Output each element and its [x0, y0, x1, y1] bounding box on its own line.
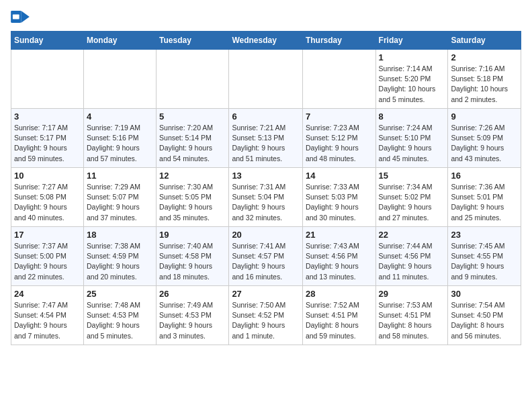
day-info: Sunrise: 7:34 AM Sunset: 5:02 PM Dayligh…: [379, 182, 445, 223]
calendar-cell: 23Sunrise: 7:45 AM Sunset: 4:55 PM Dayli…: [448, 227, 521, 286]
day-info: Sunrise: 7:49 AM Sunset: 4:53 PM Dayligh…: [159, 300, 226, 341]
calendar-cell: 1Sunrise: 7:14 AM Sunset: 5:20 PM Daylig…: [375, 50, 448, 109]
day-info: Sunrise: 7:40 AM Sunset: 4:58 PM Dayligh…: [159, 241, 226, 282]
day-info: Sunrise: 7:29 AM Sunset: 5:07 PM Dayligh…: [87, 182, 153, 223]
calendar-cell: 4Sunrise: 7:19 AM Sunset: 5:16 PM Daylig…: [83, 109, 156, 168]
day-info: Sunrise: 7:17 AM Sunset: 5:17 PM Dayligh…: [14, 123, 81, 164]
weekday-header: Saturday: [448, 32, 521, 50]
day-number: 25: [87, 289, 153, 299]
day-number: 23: [451, 230, 518, 240]
day-number: 7: [306, 111, 373, 122]
day-info: Sunrise: 7:23 AM Sunset: 5:12 PM Dayligh…: [306, 123, 373, 164]
calendar-cell: 18Sunrise: 7:38 AM Sunset: 4:59 PM Dayli…: [83, 227, 156, 286]
day-info: Sunrise: 7:38 AM Sunset: 4:59 PM Dayligh…: [87, 241, 153, 282]
logo: [11, 11, 30, 24]
day-number: 9: [451, 111, 518, 122]
svg-marker-1: [21, 11, 29, 23]
day-info: Sunrise: 7:36 AM Sunset: 5:01 PM Dayligh…: [451, 182, 518, 223]
calendar-cell: 25Sunrise: 7:48 AM Sunset: 4:53 PM Dayli…: [83, 286, 156, 345]
day-number: 12: [159, 171, 226, 181]
day-info: Sunrise: 7:47 AM Sunset: 4:54 PM Dayligh…: [14, 300, 81, 341]
day-number: 1: [379, 52, 445, 62]
day-number: 28: [306, 289, 373, 299]
day-info: Sunrise: 7:44 AM Sunset: 4:56 PM Dayligh…: [379, 241, 445, 282]
calendar-cell: 26Sunrise: 7:49 AM Sunset: 4:53 PM Dayli…: [157, 286, 229, 345]
day-number: 6: [232, 111, 300, 122]
calendar-cell: 21Sunrise: 7:43 AM Sunset: 4:56 PM Dayli…: [302, 227, 375, 286]
calendar-cell: [302, 50, 375, 109]
calendar-cell: 22Sunrise: 7:44 AM Sunset: 4:56 PM Dayli…: [375, 227, 448, 286]
day-info: Sunrise: 7:50 AM Sunset: 4:52 PM Dayligh…: [232, 300, 300, 341]
calendar-cell: [83, 50, 156, 109]
calendar-cell: 13Sunrise: 7:31 AM Sunset: 5:04 PM Dayli…: [229, 168, 303, 227]
day-info: Sunrise: 7:27 AM Sunset: 5:08 PM Dayligh…: [14, 182, 81, 223]
weekday-header: Thursday: [302, 32, 375, 50]
day-number: 13: [232, 171, 300, 181]
calendar-cell: 20Sunrise: 7:41 AM Sunset: 4:57 PM Dayli…: [229, 227, 303, 286]
day-number: 19: [159, 230, 226, 240]
day-number: 4: [87, 111, 153, 122]
day-info: Sunrise: 7:48 AM Sunset: 4:53 PM Dayligh…: [87, 300, 153, 341]
calendar-cell: 9Sunrise: 7:26 AM Sunset: 5:09 PM Daylig…: [448, 109, 521, 168]
day-number: 27: [232, 289, 300, 299]
day-number: 2: [451, 52, 518, 62]
day-number: 14: [306, 171, 373, 181]
day-number: 10: [14, 171, 81, 181]
day-info: Sunrise: 7:52 AM Sunset: 4:51 PM Dayligh…: [306, 300, 373, 341]
calendar-cell: 29Sunrise: 7:53 AM Sunset: 4:51 PM Dayli…: [375, 286, 448, 345]
day-number: 29: [379, 289, 445, 299]
day-info: Sunrise: 7:54 AM Sunset: 4:50 PM Dayligh…: [451, 300, 518, 341]
calendar-row: 24Sunrise: 7:47 AM Sunset: 4:54 PM Dayli…: [11, 286, 521, 345]
day-info: Sunrise: 7:26 AM Sunset: 5:09 PM Dayligh…: [451, 123, 518, 164]
calendar-cell: 14Sunrise: 7:33 AM Sunset: 5:03 PM Dayli…: [302, 168, 375, 227]
day-info: Sunrise: 7:16 AM Sunset: 5:18 PM Dayligh…: [451, 64, 518, 105]
day-info: Sunrise: 7:53 AM Sunset: 4:51 PM Dayligh…: [379, 300, 445, 341]
day-number: 11: [87, 171, 153, 181]
day-number: 15: [379, 171, 445, 181]
day-info: Sunrise: 7:21 AM Sunset: 5:13 PM Dayligh…: [232, 123, 300, 164]
day-number: 20: [232, 230, 300, 240]
day-number: 26: [159, 289, 226, 299]
day-info: Sunrise: 7:43 AM Sunset: 4:56 PM Dayligh…: [306, 241, 373, 282]
calendar-cell: 5Sunrise: 7:20 AM Sunset: 5:14 PM Daylig…: [157, 109, 229, 168]
calendar-cell: 17Sunrise: 7:37 AM Sunset: 5:00 PM Dayli…: [11, 227, 84, 286]
calendar-cell: [157, 50, 229, 109]
day-number: 18: [87, 230, 153, 240]
day-info: Sunrise: 7:41 AM Sunset: 4:57 PM Dayligh…: [232, 241, 300, 282]
day-number: 5: [159, 111, 226, 122]
calendar-cell: 15Sunrise: 7:34 AM Sunset: 5:02 PM Dayli…: [375, 168, 448, 227]
calendar-cell: 16Sunrise: 7:36 AM Sunset: 5:01 PM Dayli…: [448, 168, 521, 227]
weekday-header-row: SundayMondayTuesdayWednesdayThursdayFrid…: [11, 32, 521, 50]
weekday-header: Sunday: [11, 32, 84, 50]
calendar-cell: 24Sunrise: 7:47 AM Sunset: 4:54 PM Dayli…: [11, 286, 84, 345]
calendar-cell: 6Sunrise: 7:21 AM Sunset: 5:13 PM Daylig…: [229, 109, 303, 168]
calendar-row: 3Sunrise: 7:17 AM Sunset: 5:17 PM Daylig…: [11, 109, 521, 168]
day-info: Sunrise: 7:24 AM Sunset: 5:10 PM Dayligh…: [379, 123, 445, 164]
calendar-cell: 30Sunrise: 7:54 AM Sunset: 4:50 PM Dayli…: [448, 286, 521, 345]
day-info: Sunrise: 7:33 AM Sunset: 5:03 PM Dayligh…: [306, 182, 373, 223]
calendar-cell: 10Sunrise: 7:27 AM Sunset: 5:08 PM Dayli…: [11, 168, 84, 227]
calendar-cell: 2Sunrise: 7:16 AM Sunset: 5:18 PM Daylig…: [448, 50, 521, 109]
day-number: 22: [379, 230, 445, 240]
calendar-cell: [11, 50, 84, 109]
calendar-cell: 7Sunrise: 7:23 AM Sunset: 5:12 PM Daylig…: [302, 109, 375, 168]
day-info: Sunrise: 7:37 AM Sunset: 5:00 PM Dayligh…: [14, 241, 81, 282]
day-number: 21: [306, 230, 373, 240]
day-info: Sunrise: 7:30 AM Sunset: 5:05 PM Dayligh…: [159, 182, 226, 223]
day-info: Sunrise: 7:45 AM Sunset: 4:55 PM Dayligh…: [451, 241, 518, 282]
calendar-cell: 28Sunrise: 7:52 AM Sunset: 4:51 PM Dayli…: [302, 286, 375, 345]
day-number: 30: [451, 289, 518, 299]
calendar-cell: 19Sunrise: 7:40 AM Sunset: 4:58 PM Dayli…: [157, 227, 229, 286]
day-info: Sunrise: 7:20 AM Sunset: 5:14 PM Dayligh…: [159, 123, 226, 164]
day-number: 3: [14, 111, 81, 122]
calendar-cell: [229, 50, 303, 109]
day-number: 8: [379, 111, 445, 122]
day-info: Sunrise: 7:14 AM Sunset: 5:20 PM Dayligh…: [379, 64, 445, 105]
calendar-row: 10Sunrise: 7:27 AM Sunset: 5:08 PM Dayli…: [11, 168, 521, 227]
day-number: 24: [14, 289, 81, 299]
calendar-row: 1Sunrise: 7:14 AM Sunset: 5:20 PM Daylig…: [11, 50, 521, 109]
calendar-cell: 11Sunrise: 7:29 AM Sunset: 5:07 PM Dayli…: [83, 168, 156, 227]
day-info: Sunrise: 7:19 AM Sunset: 5:16 PM Dayligh…: [87, 123, 153, 164]
logo-icon: [11, 11, 30, 23]
calendar-table: SundayMondayTuesdayWednesdayThursdayFrid…: [11, 31, 521, 345]
